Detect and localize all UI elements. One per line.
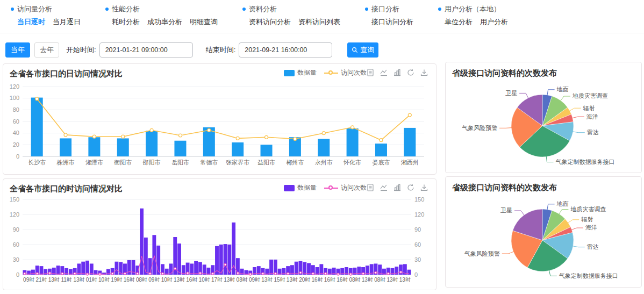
search-icon [352,47,358,53]
chart-title: 全省各市接口的日访问情况对比 [10,69,123,79]
svg-text:11时: 11时 [61,277,71,283]
svg-text:120: 120 [414,211,424,218]
svg-text:20时: 20时 [299,277,310,283]
svg-text:21时: 21时 [35,277,47,283]
nav-item-daily-month[interactable]: 当月逐日 [53,17,81,27]
last-year-button[interactable]: 去年 [34,42,59,58]
start-time-label: 开始时间: [66,45,96,55]
svg-text:08时: 08时 [349,277,360,283]
svg-text:地质灾害调查: 地质灾害调查 [570,206,606,212]
line-chart-toggle-icon[interactable] [380,68,388,77]
restore-icon[interactable] [406,183,415,192]
svg-text:120: 120 [10,211,19,218]
line-chart-toggle-icon[interactable] [380,183,388,192]
nav-item-hourly-today[interactable]: 当日逐时 [17,17,45,27]
query-button[interactable]: 查询 [347,42,378,58]
svg-text:娄底市: 娄底市 [372,159,390,166]
svg-text:09时: 09时 [23,277,34,283]
svg-text:150: 150 [414,196,424,203]
svg-text:16时: 16时 [337,277,348,283]
nav-item-user-analysis[interactable]: 用户分析 [480,17,508,27]
nav-item-success-rate[interactable]: 成功率分析 [147,17,182,27]
legend-data-volume[interactable]: 数据量 [284,68,317,77]
nav-item-interface-access-analysis[interactable]: 接口访问分析 [371,17,413,27]
end-time-label: 结束时间: [206,45,236,55]
download-icon[interactable] [420,68,428,77]
nav-section-performance: 性能分析 耗时分析 成功率分析 明细查询 [105,4,218,33]
start-time-input[interactable] [99,42,193,58]
nav-item-time-cost[interactable]: 耗时分析 [112,17,140,27]
legend-visit-count[interactable]: 访问次数 [324,68,367,77]
nav-item-data-access-analysis[interactable]: 资料访问分析 [249,17,291,27]
svg-text:30: 30 [414,256,421,263]
svg-text:13时: 13时 [387,277,398,283]
access-count-pie-chart[interactable]: 地面地质灾害调查辐射海洋雷达气象定制数据服务接口气象风险预警卫星 [446,193,641,286]
svg-text:雷达: 雷达 [587,129,599,135]
svg-text:08时: 08时 [136,277,147,283]
svg-text:雷达: 雷达 [587,243,599,250]
nav-section-title: 性能分析 [112,4,140,14]
svg-text:13时: 13时 [287,277,298,283]
svg-text:13时: 13时 [399,277,411,283]
svg-text:60: 60 [414,241,421,248]
chart-title: 省级接口访问资料的次数发布 [452,68,557,78]
svg-text:40: 40 [13,130,19,136]
svg-text:100: 100 [10,95,19,101]
hourly-bar-line-chart[interactable]: 0030306060909012012015015009时21时13时11时13… [3,195,431,289]
this-year-button[interactable]: 当年 [5,42,30,58]
svg-text:13时: 13时 [174,277,185,283]
svg-text:地面: 地面 [556,86,569,92]
access-count-pie-chart[interactable]: 地面地质灾害调查辐射海洋雷达气象定制数据服务接口气象风险预警卫星 [446,78,641,172]
svg-text:长沙市: 长沙市 [27,159,46,166]
bar-chart-toggle-icon[interactable] [393,68,402,77]
data-view-icon[interactable] [366,183,375,192]
svg-text:辐射: 辐射 [583,105,595,111]
chart-toolbox [366,183,428,192]
svg-text:13时: 13时 [362,277,373,283]
bullet-icon [365,8,368,11]
bar-swatch-icon [284,70,295,76]
daily-bar-line-chart[interactable]: 020406080100120长沙市株洲市湘潭市衡阳市邵阳市岳阳市常德市张家界市… [3,80,431,173]
svg-text:张家界市: 张家界市 [226,159,249,166]
bullet-icon [242,8,246,11]
svg-text:90: 90 [13,226,19,233]
nav-section-title: 接口分析 [371,4,399,14]
download-icon[interactable] [420,183,428,192]
nav-item-unit-analysis[interactable]: 单位分析 [445,17,473,27]
svg-text:80: 80 [13,106,19,113]
svg-text:10时: 10时 [98,277,110,283]
nav-section-title: 访问量分析 [17,4,52,14]
svg-text:09时: 09时 [249,277,260,283]
svg-text:地面: 地面 [556,200,569,207]
svg-text:20: 20 [13,141,19,148]
legend-visit-count[interactable]: 访问次数 [324,183,367,192]
legend-data-volume[interactable]: 数据量 [284,183,317,192]
nav-item-detail-query[interactable]: 明细查询 [190,17,218,27]
svg-text:卫星: 卫星 [505,90,517,96]
svg-text:08时: 08时 [374,277,385,283]
data-view-icon[interactable] [366,68,375,77]
bar-chart-toggle-icon[interactable] [393,183,402,192]
nav-item-data-access-list[interactable]: 资料访问列表 [298,17,340,27]
svg-text:海洋: 海洋 [585,224,597,231]
svg-text:30: 30 [13,256,19,263]
svg-text:海洋: 海洋 [586,113,598,120]
svg-text:09时: 09时 [148,277,160,283]
svg-text:湘西州: 湘西州 [401,159,419,166]
daily-access-chart-card: 全省各市接口的日访问情况对比 数据量 访问次数 020406080100120长… [3,63,437,175]
restore-icon[interactable] [406,68,415,77]
svg-text:0: 0 [16,153,19,160]
hourly-access-chart-card: 全省各市接口的时访问情况对比 数据量 访问次数 0030306060909012… [3,178,437,290]
svg-text:13时: 13时 [224,277,235,283]
province-access-pie-card-2: 省级接口访问资料的次数发布 地面地质灾害调查辐射海洋雷达气象定制数据服务接口气象… [445,176,642,288]
svg-text:湘潭市: 湘潭市 [85,159,103,166]
svg-text:0: 0 [414,271,418,278]
svg-text:永州市: 永州市 [315,159,333,166]
svg-text:气象定制数据服务接口: 气象定制数据服务接口 [559,273,618,279]
end-time-input[interactable] [239,42,332,58]
svg-text:地质灾害调查: 地质灾害调查 [572,92,608,99]
svg-text:01时: 01时 [86,277,97,283]
svg-text:岳阳市: 岳阳市 [171,159,189,166]
svg-text:气象风险预警: 气象风险预警 [462,125,497,131]
svg-text:益阳市: 益阳市 [257,159,275,166]
